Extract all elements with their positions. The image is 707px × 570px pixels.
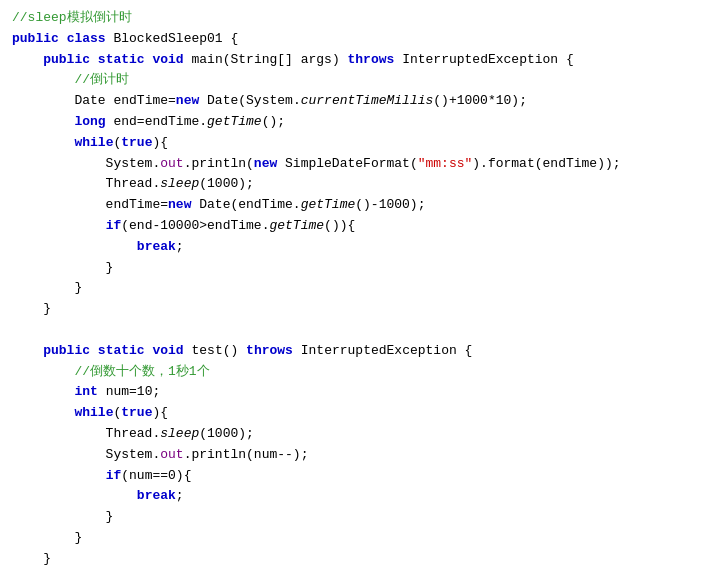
code-token: System. bbox=[12, 445, 160, 466]
code-token: //sleep模拟倒计时 bbox=[12, 8, 132, 29]
code-line: Thread.sleep(1000); bbox=[0, 424, 707, 445]
code-token bbox=[12, 341, 43, 362]
code-line: if(end-10000>endTime.getTime()){ bbox=[0, 216, 707, 237]
code-token: public bbox=[43, 50, 90, 71]
code-token: (1000); bbox=[199, 424, 254, 445]
code-token: throws bbox=[348, 50, 395, 71]
code-token bbox=[12, 133, 74, 154]
code-token: (end-10000>endTime. bbox=[121, 216, 269, 237]
code-token: void bbox=[152, 341, 183, 362]
code-token: test() bbox=[184, 341, 246, 362]
code-token bbox=[145, 341, 153, 362]
code-line: } bbox=[0, 299, 707, 320]
code-token: getTime bbox=[301, 195, 356, 216]
code-token: endTime= bbox=[12, 195, 168, 216]
code-token: Thread. bbox=[12, 174, 160, 195]
code-token: public bbox=[43, 341, 90, 362]
code-token bbox=[12, 216, 106, 237]
code-line: } bbox=[0, 258, 707, 279]
code-token: throws bbox=[246, 341, 293, 362]
code-token: sleep bbox=[160, 174, 199, 195]
code-token: ( bbox=[113, 133, 121, 154]
code-token: true bbox=[121, 403, 152, 424]
code-line: break; bbox=[0, 237, 707, 258]
code-token: Date bbox=[74, 91, 105, 112]
code-token bbox=[90, 341, 98, 362]
code-token: } bbox=[12, 299, 51, 320]
code-token: static bbox=[98, 50, 145, 71]
code-token: ( bbox=[113, 403, 121, 424]
code-line: Date endTime=new Date(System.currentTime… bbox=[0, 91, 707, 112]
code-line: public static void test() throws Interru… bbox=[0, 341, 707, 362]
code-line: } bbox=[0, 278, 707, 299]
code-token: getTime bbox=[207, 112, 262, 133]
code-token: ){ bbox=[152, 403, 168, 424]
code-token bbox=[12, 486, 137, 507]
code-token: .println( bbox=[184, 154, 254, 175]
code-token: out bbox=[160, 445, 183, 466]
code-line: while(true){ bbox=[0, 403, 707, 424]
code-token: class bbox=[67, 29, 106, 50]
code-token: true bbox=[121, 133, 152, 154]
code-token: new bbox=[176, 91, 199, 112]
code-line: if(num==0){ bbox=[0, 466, 707, 487]
code-token bbox=[12, 237, 137, 258]
code-token: .println(num--); bbox=[184, 445, 309, 466]
code-token: } bbox=[12, 258, 113, 279]
code-token: (1000); bbox=[199, 174, 254, 195]
code-token: getTime bbox=[269, 216, 324, 237]
code-token: ()+1000*10); bbox=[433, 91, 527, 112]
code-token bbox=[12, 403, 74, 424]
code-token: endTime= bbox=[106, 91, 176, 112]
code-token bbox=[145, 50, 153, 71]
code-line: System.out.println(new SimpleDateFormat(… bbox=[0, 154, 707, 175]
code-token: InterruptedException { bbox=[394, 50, 573, 71]
code-token: num=10; bbox=[98, 382, 160, 403]
code-token bbox=[12, 50, 43, 71]
code-token: long bbox=[74, 112, 105, 133]
code-token: System. bbox=[12, 154, 160, 175]
code-line: int num=10; bbox=[0, 382, 707, 403]
code-token: public bbox=[12, 29, 59, 50]
code-token: break bbox=[137, 237, 176, 258]
code-token: Date(System. bbox=[199, 91, 300, 112]
code-token: end=endTime. bbox=[106, 112, 207, 133]
code-line: long end=endTime.getTime(); bbox=[0, 112, 707, 133]
code-editor: //sleep模拟倒计时public class BlockedSleep01 … bbox=[0, 0, 707, 570]
code-line: //倒计时 bbox=[0, 70, 707, 91]
code-token: Thread. bbox=[12, 424, 160, 445]
code-line: Thread.sleep(1000); bbox=[0, 174, 707, 195]
code-token: } bbox=[12, 528, 82, 549]
code-line: System.out.println(num--); bbox=[0, 445, 707, 466]
code-token: if bbox=[106, 216, 122, 237]
code-token: InterruptedException { bbox=[293, 341, 472, 362]
code-token: //倒计时 bbox=[12, 70, 129, 91]
code-line: while(true){ bbox=[0, 133, 707, 154]
code-token: while bbox=[74, 403, 113, 424]
code-token bbox=[12, 91, 74, 112]
code-token: void bbox=[152, 50, 183, 71]
code-line: public static void main(String[] args) t… bbox=[0, 50, 707, 71]
code-token: ){ bbox=[152, 133, 168, 154]
code-line: //sleep模拟倒计时 bbox=[0, 8, 707, 29]
code-token: Date(endTime. bbox=[191, 195, 300, 216]
code-token: SimpleDateFormat( bbox=[277, 154, 417, 175]
code-line: endTime=new Date(endTime.getTime()-1000)… bbox=[0, 195, 707, 216]
code-line bbox=[0, 320, 707, 341]
code-token: static bbox=[98, 341, 145, 362]
code-token: currentTimeMillis bbox=[301, 91, 434, 112]
code-token: int bbox=[74, 382, 97, 403]
code-token bbox=[12, 112, 74, 133]
code-line: } bbox=[0, 549, 707, 570]
code-line: } bbox=[0, 507, 707, 528]
code-token: while bbox=[74, 133, 113, 154]
code-token: if bbox=[106, 466, 122, 487]
code-token: main(String[] args) bbox=[184, 50, 348, 71]
code-token bbox=[90, 50, 98, 71]
code-token: ()){ bbox=[324, 216, 355, 237]
code-line: } bbox=[0, 528, 707, 549]
code-token: } bbox=[12, 507, 113, 528]
code-token: "mm:ss" bbox=[418, 154, 473, 175]
code-line: //倒数十个数，1秒1个 bbox=[0, 362, 707, 383]
code-token: break bbox=[137, 486, 176, 507]
